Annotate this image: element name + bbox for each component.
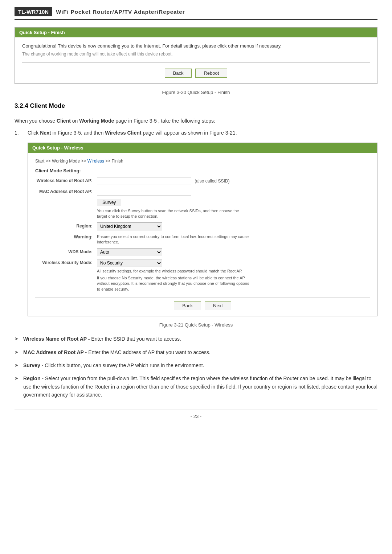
bullet-bold-0: Wireless Name of Root AP - [23,336,90,342]
bullet-item-2: ➤ Survey - Click this button, you can su… [15,361,377,369]
wds-label: WDS Mode: [35,248,97,254]
wds-wrap: Auto [97,248,370,256]
field-warning: Warning: Ensure you select a correct cou… [35,233,370,245]
finish-back-button[interactable]: Back [165,69,192,78]
bullet-arrow-0: ➤ [15,335,20,343]
security-hint1: All security settings, for example the w… [97,268,249,274]
security-mode-wrap: No Security All security settings, for e… [97,259,370,292]
bullet-body-1: Enter the MAC address of AP that you wan… [87,349,211,355]
step-1-text: Click Next in Figure 3-5, and then Wirel… [28,129,237,137]
wireless-panel-wrap: Quick Setup - Wireless Start >> Working … [28,143,377,316]
finish-congrats-text: Congratulations! This device is now conn… [22,43,370,49]
bullet-body-0: Enter the SSID that you want to access. [90,336,181,342]
header-title: WiFi Pocket Router/AP/TV Adapter/Repeate… [56,9,185,15]
mac-address-wrap [97,188,370,196]
wireless-panel: Quick Setup - Wireless Start >> Working … [28,143,377,316]
section-heading: 3.2.4 Client Mode [15,102,377,112]
region-select[interactable]: United Kingdom [97,222,162,230]
intro-bold-client: Client [57,118,71,124]
intro-bold-workingmode: Working Mode [79,118,114,124]
breadcrumb: Start >> Working Mode >> Wireless >> Fin… [35,159,370,164]
field-security-mode: Wireless Security Mode: No Security All … [35,259,370,292]
bullet-section: ➤ Wireless Name of Root AP - Enter the S… [15,335,377,399]
finish-reboot-button[interactable]: Reboot [195,69,227,78]
bullet-bold-3: Region - [23,376,44,381]
finish-btn-row: Back Reboot [22,67,370,78]
wireless-next-button[interactable]: Next [205,301,231,310]
bullet-item-3: ➤ Region - Select your region from the p… [15,374,377,399]
page-number: - 23 - [15,410,377,419]
wireless-name-label: Wireless Name of Root AP: [35,177,97,183]
wireless-panel-header: Quick Setup - Wireless [28,143,377,153]
region-warning-text: Ensure you select a correct country to c… [97,234,249,245]
step-1-num: 1. [15,129,22,137]
step1-bold-next: Next [40,130,51,136]
bullet-arrow-1: ➤ [15,348,20,356]
bullet-bold-1: MAC Address of Root AP - [23,349,87,355]
bullet-bold-2: Survey - [23,362,43,368]
mac-address-label: MAC Address of Root AP: [35,188,97,194]
field-mac-address: MAC Address of Root AP: [35,188,370,196]
survey-row: Survey You can click the Survey button t… [35,199,370,219]
finish-panel: Quick Setup - Finish Congratulations! Th… [15,27,377,84]
bullet-text-1: MAC Address of Root AP - Enter the MAC a… [23,348,211,356]
bullet-body-2: Click this button, you can survey the AP… [43,362,204,368]
page-header: TL-WR710N WiFi Pocket Router/AP/TV Adapt… [15,7,377,20]
intro-paragraph: When you choose Client on Working Mode p… [15,117,377,125]
form-section-title: Client Mode Setting: [35,168,370,173]
wireless-back-button[interactable]: Back [174,301,201,310]
finish-divider [22,62,370,63]
security-hint2: If you choose No Security mode, the wire… [97,275,249,292]
warning-label: Warning: [35,233,97,239]
bullet-text-0: Wireless Name of Root AP - Enter the SSI… [23,335,181,343]
bullet-item-1: ➤ MAC Address of Root AP - Enter the MAC… [15,348,377,356]
bullet-body-3: Select your region from the pull-down li… [23,376,377,398]
mac-address-input[interactable] [97,188,191,196]
header-model: TL-WR710N [15,7,52,16]
region-label: Region: [35,222,97,229]
warning-wrap: Ensure you select a correct country to c… [97,233,370,245]
bullet-item-0: ➤ Wireless Name of Root AP - Enter the S… [15,335,377,343]
security-mode-label: Wireless Security Mode: [35,259,97,265]
security-mode-select[interactable]: No Security [97,259,162,267]
step-1: 1. Click Next in Figure 3-5, and then Wi… [15,129,377,137]
step1-bold-wireless: Wireless Client [105,130,141,136]
field-wds-mode: WDS Mode: Auto [35,248,370,256]
field-region: Region: United Kingdom [35,222,370,230]
figure-wireless-caption: Figure 3-21 Quick Setup - Wireless [15,322,377,328]
wireless-btn-row: Back Next [35,297,370,310]
survey-button[interactable]: Survey [97,199,121,206]
bullet-text-2: Survey - Click this button, you can surv… [23,361,204,369]
survey-label-spacer [35,199,97,200]
figure-finish-caption: Figure 3-20 Quick Setup - Finish [15,90,377,95]
ssid-hint: (also called SSID) [195,178,229,184]
breadcrumb-active: Wireless [87,159,104,164]
survey-wrap: Survey You can click the Survey button t… [97,199,370,219]
wireless-name-input[interactable] [97,177,191,185]
wds-select[interactable]: Auto [97,248,162,256]
bullet-arrow-3: ➤ [15,374,20,399]
finish-warning-text: The change of working mode config will n… [22,52,370,57]
wireless-name-wrap: (also called SSID) [97,177,370,185]
region-wrap: United Kingdom [97,222,370,230]
survey-hint: You can click the Survey button to scan … [97,208,249,219]
bullet-text-3: Region - Select your region from the pul… [23,374,377,399]
finish-panel-header: Quick Setup - Finish [15,28,377,37]
field-wireless-name: Wireless Name of Root AP: (also called S… [35,177,370,185]
bullet-arrow-2: ➤ [15,361,20,369]
